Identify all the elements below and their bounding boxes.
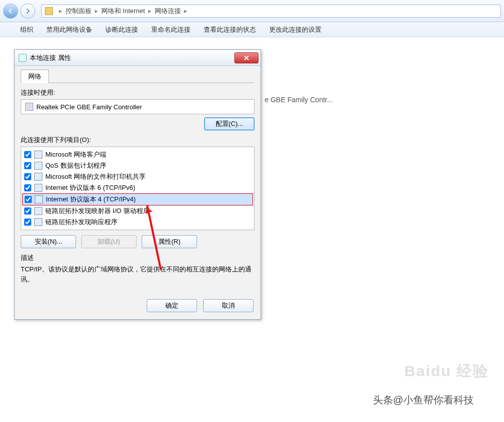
dialog-footer: 确定 取消: [15, 294, 261, 319]
forward-button[interactable]: [20, 4, 35, 19]
properties-button[interactable]: 属性(R): [142, 235, 197, 248]
nic-icon: [25, 103, 33, 111]
description-text: TCP/IP。该协议是默认的广域网络协议，它提供在不同的相互连接的网络上的通讯。: [21, 264, 255, 284]
dialog-title: 本地连接 属性: [30, 53, 71, 62]
component-icon: [34, 207, 42, 215]
breadcrumb-sep: ▸: [95, 7, 98, 15]
breadcrumb-sep: ▸: [148, 7, 152, 15]
menu-rename[interactable]: 重命名此连接: [151, 25, 191, 34]
breadcrumb-item[interactable]: 网络连接: [155, 7, 181, 16]
component-icon: [34, 218, 42, 226]
list-item: 链路层拓扑发现映射器 I/O 驱动程序: [22, 205, 253, 217]
address-bar[interactable]: ▸ 控制面板 ▸ 网络和 Internet ▸ 网络连接 ▸: [41, 5, 501, 18]
component-icon: [34, 151, 42, 159]
breadcrumb-sep: ▸: [59, 7, 62, 15]
adapter-name-fragment: e GBE Family Contr...: [265, 96, 333, 104]
list-item: Microsoft 网络的文件和打印机共享: [22, 171, 253, 182]
connect-using-label: 连接时使用:: [21, 88, 255, 97]
menu-diagnose[interactable]: 诊断此连接: [105, 25, 138, 34]
item-label[interactable]: Microsoft 网络的文件和打印机共享: [45, 172, 146, 181]
folder-icon: [45, 7, 53, 15]
list-item: Microsoft 网络客户端: [22, 149, 253, 160]
command-bar: 组织 禁用此网络设备 诊断此连接 重命名此连接 查看此连接的状态 更改此连接的设…: [0, 22, 504, 37]
arrow-right-icon: [24, 8, 31, 15]
components-list[interactable]: Microsoft 网络客户端 QoS 数据包计划程序 Microsoft 网络…: [21, 147, 255, 230]
description-heading: 描述: [21, 253, 255, 262]
dialog-titlebar[interactable]: 本地连接 属性: [15, 50, 261, 66]
close-icon: [243, 55, 249, 61]
item-label[interactable]: Microsoft 网络客户端: [45, 150, 106, 159]
explorer-nav: ▸ 控制面板 ▸ 网络和 Internet ▸ 网络连接 ▸: [0, 0, 504, 22]
menu-status[interactable]: 查看此连接的状态: [204, 25, 256, 34]
item-label[interactable]: Internet 协议版本 4 (TCP/IPv4): [46, 195, 136, 204]
item-checkbox[interactable]: [24, 219, 31, 226]
arrow-left-icon: [7, 8, 14, 15]
list-item: QoS 数据包计划程序: [22, 160, 253, 171]
watermark-brand: Baidu 经验: [404, 361, 489, 382]
list-item: Internet 协议版本 6 (TCP/IPv6): [22, 182, 253, 193]
item-label[interactable]: 链路层拓扑发现响应程序: [45, 218, 117, 227]
item-checkbox[interactable]: [24, 162, 31, 169]
item-checkbox[interactable]: [24, 184, 31, 191]
close-button[interactable]: [234, 52, 259, 63]
menu-disable[interactable]: 禁用此网络设备: [46, 25, 92, 34]
install-button[interactable]: 安装(N)...: [21, 235, 76, 248]
menu-organize[interactable]: 组织: [20, 25, 33, 34]
component-icon: [34, 184, 42, 192]
item-checkbox[interactable]: [25, 196, 32, 203]
list-item: 链路层拓扑发现响应程序: [22, 217, 253, 228]
item-checkbox[interactable]: [24, 173, 31, 180]
breadcrumb-item[interactable]: 控制面板: [66, 7, 92, 16]
uninstall-button: 卸载(U): [81, 235, 137, 248]
configure-button[interactable]: 配置(C)...: [204, 117, 255, 130]
menu-change[interactable]: 更改此连接的设置: [269, 25, 322, 34]
breadcrumb-item[interactable]: 网络和 Internet: [101, 7, 145, 16]
ok-button[interactable]: 确定: [147, 299, 197, 312]
component-icon: [34, 173, 42, 181]
adapter-name: Realtek PCIe GBE Family Controller: [36, 103, 142, 111]
item-label[interactable]: QoS 数据包计划程序: [45, 161, 106, 170]
back-button[interactable]: [3, 4, 18, 19]
properties-dialog: 本地连接 属性 网络 连接时使用: Realtek PCIe GBE Famil…: [14, 49, 261, 320]
watermark-author: 头条@小鱼帮你看科技: [373, 393, 474, 407]
item-checkbox[interactable]: [24, 207, 31, 215]
cancel-button[interactable]: 取消: [203, 299, 254, 312]
item-label[interactable]: 链路层拓扑发现映射器 I/O 驱动程序: [45, 206, 150, 216]
breadcrumb-sep: ▸: [184, 7, 187, 15]
dialog-icon: [19, 54, 27, 62]
item-checkbox[interactable]: [24, 151, 31, 158]
adapter-field: Realtek PCIe GBE Family Controller: [21, 99, 255, 114]
component-icon: [34, 162, 42, 170]
items-label: 此连接使用下列项目(O):: [21, 135, 255, 145]
component-icon: [35, 195, 43, 203]
list-item-selected: Internet 协议版本 4 (TCP/IPv4): [22, 193, 253, 205]
tab-strip: 网络: [21, 69, 255, 83]
tab-network[interactable]: 网络: [21, 69, 49, 83]
item-label[interactable]: Internet 协议版本 6 (TCP/IPv6): [45, 183, 135, 192]
